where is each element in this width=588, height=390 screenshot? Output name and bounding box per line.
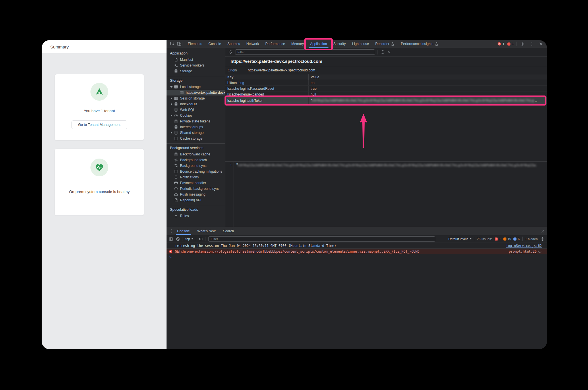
tree-spacer <box>169 63 173 67</box>
sidebar-item-reporting-api[interactable]: Reporting API <box>167 197 225 203</box>
chevron-right-icon[interactable] <box>169 114 173 118</box>
chevron-right-icon[interactable] <box>169 96 173 100</box>
device-toolbar-icon[interactable] <box>177 42 181 46</box>
message-prefix: GET <box>175 249 181 253</box>
issue-badge-error[interactable]: 1 <box>494 237 501 241</box>
close-icon[interactable] <box>539 42 543 46</box>
browser-window: Summary You have 1 tenantGo to Tenant Ma… <box>42 40 547 349</box>
console-drawer: ConsoleWhat's NewSearch top <box>167 227 547 349</box>
tab-sources[interactable]: Sources <box>224 40 243 48</box>
sidebar-item-back-forward-cache[interactable]: Back/forward cache <box>167 151 225 157</box>
sidebar-item-notifications[interactable]: Notifications <box>167 174 225 180</box>
tenant-logo-icon <box>94 87 104 97</box>
sidebar-item-interest-groups[interactable]: Interest groups <box>167 124 225 130</box>
sidebar-item-shared-storage[interactable]: Shared storage <box>167 130 225 136</box>
cell-value: null <box>309 91 547 97</box>
sidebar-section-storage: StorageLocal storagehttps://vertex.palet… <box>167 76 225 144</box>
drawer-tab-what-s-new[interactable]: What's New <box>194 227 219 235</box>
tab-security[interactable]: Security <box>330 40 349 48</box>
issues-label[interactable]: 26 Issues: <box>477 237 492 241</box>
source-link[interactable]: loginService.js:62 <box>500 244 542 248</box>
table-row[interactable]: lscache-loginauthToken"x9fKq2ZwJd8PbN4tR… <box>225 97 547 104</box>
more-vertical-icon[interactable] <box>530 42 534 46</box>
sidebar-item-session-storage[interactable]: Session storage <box>167 95 225 101</box>
value-preview-pane: 1 "x9fKq2ZwJd8PbN4tRsVmC7hLg3x9fKq2ZwJd8… <box>225 161 547 227</box>
sidebar-item-bounce-tracking-mitigations[interactable]: Bounce tracking mitigations <box>167 169 225 174</box>
clock-icon <box>174 187 178 191</box>
table-row[interactable]: lscache-menuexpandednull <box>225 91 547 97</box>
tab-memory[interactable]: Memory <box>288 40 307 48</box>
tree-spacer <box>169 175 173 179</box>
refresh-icon[interactable] <box>228 50 233 54</box>
tab-performance-insights[interactable]: Performance insights <box>398 40 442 48</box>
drawer-tab-console[interactable]: Console <box>173 227 194 235</box>
sidebar-item-payment-handler[interactable]: Payment handler <box>167 180 225 186</box>
delete-selected-icon[interactable] <box>387 50 391 54</box>
tab-console[interactable]: Console <box>205 40 224 48</box>
sidebar-item-manifest[interactable]: Manifest <box>167 57 225 63</box>
table-row[interactable]: i18nextLngen <box>225 80 547 86</box>
tree-spacer <box>169 152 173 156</box>
console-settings-gear-icon[interactable] <box>540 237 545 241</box>
tab-network[interactable]: Network <box>243 40 262 48</box>
more-vertical-icon[interactable] <box>169 229 173 233</box>
sidebar-item-service-workers[interactable]: Service workers <box>167 63 225 68</box>
database-icon <box>174 136 178 141</box>
console-filter-input[interactable] <box>208 236 435 242</box>
gear-icon[interactable] <box>521 42 525 46</box>
sidebar-item-private-state-tokens[interactable]: Private state tokens <box>167 118 225 124</box>
tree-spacer <box>169 192 173 196</box>
error-count-badge[interactable]: 1 <box>497 42 504 46</box>
drawer-tabs: ConsoleWhat's NewSearch <box>167 227 547 235</box>
chevron-right-icon[interactable] <box>169 131 173 135</box>
chevron-right-icon[interactable] <box>169 102 173 106</box>
table-icon <box>174 85 178 89</box>
sidebar-item-label: Rules <box>180 214 189 218</box>
column-header-value[interactable]: Value <box>309 74 547 80</box>
message-link[interactable]: chrome-extension://bfogiafebfohielmmehod… <box>181 249 374 253</box>
console-prompt[interactable]: > <box>167 254 547 261</box>
sidebar-item-indexeddb[interactable]: IndexedDB <box>167 101 225 107</box>
clear-console-icon[interactable] <box>176 237 180 241</box>
sidebar-item-cookies[interactable]: Cookies <box>167 113 225 118</box>
tree-spacer <box>169 69 173 73</box>
card-message: You have 1 tenant <box>84 109 115 113</box>
sidebar-item-push-messaging[interactable]: Push messaging <box>167 192 225 197</box>
sidebar-item-background-sync[interactable]: Background sync <box>167 163 225 169</box>
go-to-tenant-management-button[interactable]: Go to Tenant Management <box>71 120 127 129</box>
card-icon-circle <box>90 83 108 101</box>
chevron-down-icon[interactable] <box>169 85 173 89</box>
column-header-key[interactable]: Key <box>225 74 309 80</box>
clear-all-icon[interactable] <box>380 50 385 54</box>
issue-badge-info[interactable]: 6 <box>513 237 519 241</box>
sidebar-item-storage[interactable]: Storage <box>167 68 225 74</box>
sidebar-item-periodic-background-sync[interactable]: Periodic background sync <box>167 186 225 192</box>
sidebar-item-https-vertex-palette-devx[interactable]: https://vertex.palette-devx <box>167 90 225 95</box>
levels-selector[interactable]: Default levels <box>448 237 471 241</box>
sidebar-item-local-storage[interactable]: Local storage <box>167 84 225 90</box>
console-sidebar-icon[interactable] <box>169 237 173 241</box>
tab-performance[interactable]: Performance <box>262 40 288 48</box>
sidebar-item-web-sql[interactable]: Web SQL <box>167 107 225 113</box>
source-link[interactable]: prompt.html:26 <box>503 249 542 253</box>
sidebar-item-background-fetch[interactable]: Background fetch <box>167 157 225 163</box>
sidebar-item-rules[interactable]: Rules <box>167 213 225 219</box>
sidebar-item-cache-storage[interactable]: Cache storage <box>167 136 225 141</box>
tab-elements[interactable]: Elements <box>185 40 205 48</box>
drawer-tab-search[interactable]: Search <box>219 227 238 235</box>
issue-badge-warning[interactable]: 19 <box>503 237 511 241</box>
preview-content: "x9fKq2ZwJd8PbN4tRsVmC7hLg3x9fKq2ZwJd8Pb… <box>233 162 547 227</box>
eye-icon[interactable] <box>199 237 203 241</box>
health-heart-icon <box>94 163 104 172</box>
storage-filter-input[interactable] <box>235 49 375 55</box>
tab-lighthouse[interactable]: Lighthouse <box>349 40 372 48</box>
close-drawer-icon[interactable] <box>541 229 545 233</box>
issue-count-badge[interactable]: 1 <box>507 42 514 46</box>
tab-application[interactable]: Application <box>307 40 330 48</box>
summary-card: On-prem system console is healthy <box>55 149 144 216</box>
context-selector[interactable]: top <box>185 237 193 241</box>
tree-spacer <box>169 181 173 185</box>
tab-recorder[interactable]: Recorder <box>372 40 398 48</box>
table-row[interactable]: lscache-loginisPasswordResettrue <box>225 86 547 91</box>
inspect-icon[interactable] <box>170 42 175 46</box>
